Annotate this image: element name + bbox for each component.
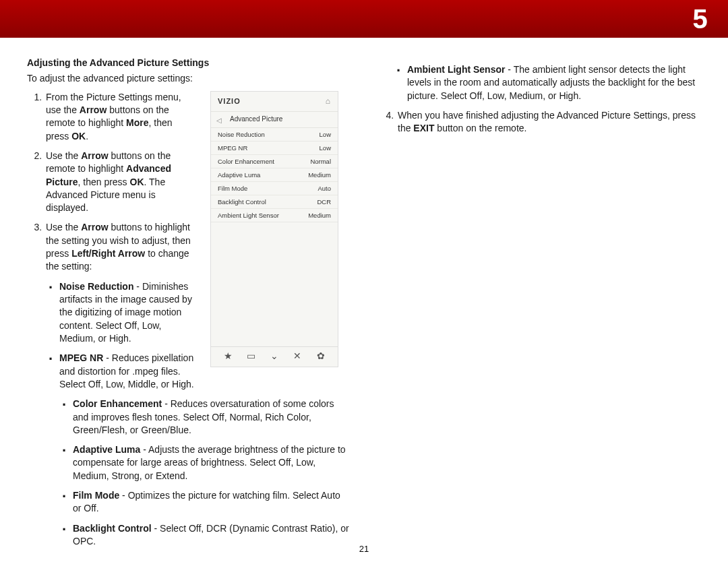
tv-menu-title: Advanced Picture [230,115,282,124]
bullet-color-enhancement: Color Enhancement - Reduces oversaturati… [59,398,349,437]
left-column: Adjusting the Advanced Picture Settings … [27,57,349,555]
tv-menu-footer: ★ ▭ ⌄ ✕ ✿ [211,346,338,367]
home-icon: ⌂ [326,96,331,107]
step-1: From the Picture Settings menu, use the … [44,91,197,143]
tv-menu-title-row: ◁ Advanced Picture [211,112,338,128]
menu-row: Ambient Light SensorMedium [211,209,338,222]
page-body: Adjusting the Advanced Picture Settings … [0,38,728,555]
menu-row: Color EnhancementNormal [211,155,338,168]
menu-row: Film ModeAuto [211,182,338,195]
bullet-ambient-light-sensor: Ambient Light Sensor - The ambient light… [394,63,701,102]
chapter-number: 5 [673,0,728,38]
chapter-header: 5 [0,0,728,38]
tv-brand-label: VIZIO [218,96,241,106]
menu-row: Noise ReductionLow [211,128,338,142]
footer-down-icon: ⌄ [263,350,286,363]
page-number: 21 [0,544,728,554]
section-title: Adjusting the Advanced Picture Settings [27,57,349,69]
bullet-mpeg-nr: MPEG NR - Reduces pixellation and distor… [46,352,197,391]
step-4: When you have finished adjusting the Adv… [396,109,701,135]
back-icon: ◁ [216,116,222,125]
footer-gear-icon: ✿ [309,350,332,363]
tv-menu-brand-bar: VIZIO ⌂ [211,92,338,112]
bullet-adaptive-luma: Adaptive Luma - Adjusts the average brig… [59,443,349,482]
intro-text: To adjust the advanced picture settings: [27,72,349,85]
footer-rect-icon: ▭ [239,350,262,363]
footer-star-icon: ★ [216,350,239,363]
menu-row: MPEG NRLow [211,142,338,155]
step-3: Use the Arrow buttons to highlight the s… [44,221,197,391]
steps-list-right: When you have finished adjusting the Adv… [379,109,701,135]
footer-close-icon: ✕ [286,350,309,363]
setting-bullets-right: Ambient Light Sensor - The ambient light… [379,63,701,102]
setting-bullets-bottom: Color Enhancement - Reduces oversaturati… [27,398,349,548]
tv-menu-screenshot: VIZIO ⌂ ◁ Advanced Picture Noise Reducti… [210,91,338,398]
menu-row: Backlight ControlDCR [211,195,338,209]
menu-row: Adaptive LumaMedium [211,168,338,182]
setting-bullets-top: Noise Reduction - Diminishes artifacts i… [46,280,197,392]
right-column: Ambient Light Sensor - The ambient light… [379,57,701,555]
bullet-film-mode: Film Mode - Optimizes the picture for wa… [59,489,349,516]
steps-list-top: From the Picture Settings menu, use the … [27,91,197,392]
bullet-noise-reduction: Noise Reduction - Diminishes artifacts i… [46,280,197,346]
step-2: Use the Arrow buttons on the remote to h… [44,150,197,215]
